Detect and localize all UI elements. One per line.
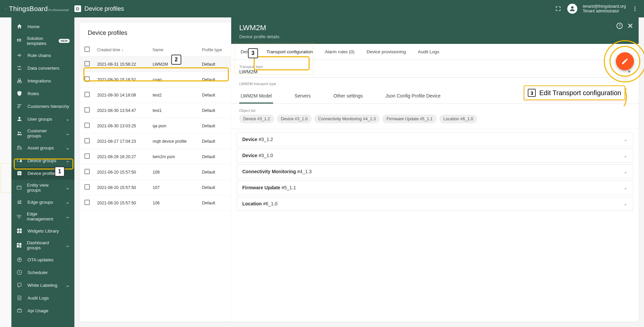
sidebar-item-customer-groups[interactable]: Customer groups⌄: [11, 125, 74, 141]
subtab-servers[interactable]: Servers: [293, 89, 312, 104]
sidebar-item-edge-groups[interactable]: Edge groups⌄: [11, 196, 74, 208]
table-row[interactable]: 2021-08-30 15:16:52coapDefault: [80, 72, 231, 87]
sidebar-item-ota-updates[interactable]: OTA updates: [11, 253, 74, 266]
row-checkbox[interactable]: [84, 92, 90, 97]
tab-audit-logs[interactable]: Audit Logs: [416, 44, 441, 60]
breadcrumb: D Device profiles: [74, 5, 124, 12]
close-icon[interactable]: [627, 22, 634, 29]
col-name[interactable]: Name: [150, 43, 199, 57]
table-row[interactable]: 2021-08-20 15:57:50108Default: [80, 165, 231, 180]
logo[interactable]: ThingsBoard Professional: [0, 4, 74, 13]
svg-rect-8: [17, 159, 21, 162]
tab-details[interactable]: Details: [239, 44, 256, 60]
svg-rect-21: [19, 246, 21, 248]
sidebar-item-label: Widgets Library: [27, 228, 59, 234]
row-checkbox[interactable]: [84, 153, 90, 159]
row-checkbox[interactable]: [84, 76, 90, 82]
sidebar-item-scheduler[interactable]: Scheduler: [11, 266, 74, 279]
sidebar-item-edge-management[interactable]: Edge management⌄: [11, 208, 74, 224]
user-email: tenant@thingsboard.org: [583, 4, 626, 9]
tab-alarm-rules-[interactable]: Alarm rules (0): [324, 44, 356, 60]
avatar-icon[interactable]: [567, 4, 577, 14]
tab-device-provisioning[interactable]: Device provisioning: [365, 44, 407, 60]
more-icon[interactable]: [631, 5, 639, 12]
svg-point-7: [20, 132, 21, 133]
sidebar-item-solution-templates[interactable]: Solution templatesNEW: [11, 33, 74, 49]
sidebar-item-user-groups[interactable]: User groups⌄: [11, 113, 74, 125]
sidebar-item-entity-view-groups[interactable]: Entity view groups⌄: [11, 180, 74, 196]
table-row[interactable]: 2021-08-20 15:57:50107Default: [80, 180, 231, 195]
cell-time: 2021-08-30 14:18:08: [94, 87, 150, 103]
subtab-json-config-profile-device[interactable]: Json Config Profile Device: [384, 89, 442, 104]
svg-point-3: [635, 8, 636, 9]
sidebar-item-rule-chains[interactable]: Rule chains: [11, 49, 74, 62]
object-chip[interactable]: Device #3_1.0: [277, 115, 312, 123]
accordion-item[interactable]: Device #3_1.2⌄: [237, 132, 633, 146]
wl-icon: [16, 282, 23, 288]
sidebar-item-api-usage[interactable]: Api Usage: [11, 304, 74, 317]
svg-rect-12: [17, 186, 21, 190]
sidebar-item-white-labeling[interactable]: White Labeling⌄: [11, 279, 74, 291]
row-checkbox[interactable]: [84, 107, 90, 113]
detail-tabs: DetailsTransport configurationAlarm rule…: [231, 44, 639, 60]
row-checkbox[interactable]: [84, 184, 90, 190]
svg-point-5: [18, 117, 20, 119]
select-all-checkbox[interactable]: [84, 47, 90, 52]
table-row[interactable]: 2021-08-20 15:57:50106Default: [80, 195, 231, 211]
chevron-down-icon: ⌄: [624, 137, 628, 142]
list-panel: Device profiles Created time↓ Name Profi…: [80, 23, 231, 322]
svg-rect-9: [20, 160, 22, 162]
subtab-lwm-m-model[interactable]: LWM2M Model: [239, 89, 273, 104]
help-icon[interactable]: ?: [616, 22, 623, 29]
row-checkbox[interactable]: [84, 123, 90, 128]
sidebar-item-dashboard-groups[interactable]: Dashboard groups⌄: [11, 237, 74, 253]
table-row[interactable]: 2021-08-30 13:54:47test1Default: [80, 103, 231, 118]
row-checkbox[interactable]: [84, 138, 90, 143]
subtab-other-settings[interactable]: Other settings: [332, 89, 364, 104]
accordion-item[interactable]: Connectivity Monitoring #4_1.3⌄: [237, 165, 633, 179]
object-chip[interactable]: Location #6_1.0: [439, 115, 477, 123]
table-row[interactable]: 2021-08-27 17:04:23mqtt device profileDe…: [80, 134, 231, 149]
accordion-item[interactable]: Location #6_1.0⌄: [237, 197, 633, 211]
sidebar-item-label: Asset groups: [27, 145, 54, 150]
object-chip[interactable]: Firmware Update #5_1.1: [382, 115, 437, 123]
accordion-item[interactable]: Device #3_1.0⌄: [237, 148, 633, 162]
sidebar-item-device-groups[interactable]: Device groups⌄: [11, 154, 74, 167]
sidebar-item-roles[interactable]: Roles: [11, 87, 74, 100]
sidebar-item-data-converters[interactable]: Data converters: [11, 62, 74, 74]
sidebar-item-home[interactable]: Home: [11, 20, 74, 33]
fullscreen-icon[interactable]: [555, 5, 562, 12]
accordion-item[interactable]: Firmware Update #5_1.1⌄: [237, 181, 633, 195]
sidebar-item-integrations[interactable]: Integrations: [11, 74, 74, 87]
sidebar-item-asset-groups[interactable]: Asset groups⌄: [11, 141, 74, 154]
breadcrumb-icon: D: [74, 5, 81, 12]
table-row[interactable]: 2021-08-30 14:18:08test2Default: [80, 87, 231, 103]
chevron-down-icon: ⌄: [66, 282, 70, 288]
row-checkbox[interactable]: [84, 61, 90, 66]
object-chip[interactable]: Device #3_1.2: [239, 115, 274, 123]
cell-name: coap: [150, 72, 199, 87]
logo-icon: [5, 4, 6, 13]
col-created[interactable]: Created time↓: [94, 43, 150, 57]
breadcrumb-title: Device profiles: [84, 5, 124, 12]
topbar: ThingsBoard Professional D Device profil…: [0, 0, 644, 17]
edit-fab[interactable]: [616, 52, 634, 70]
tab-transport-configuration[interactable]: Transport configuration: [265, 44, 314, 60]
sidebar-item-widgets-library[interactable]: Widgets Library: [11, 224, 74, 237]
cell-name: 106: [150, 195, 199, 211]
edge-icon: [16, 199, 23, 205]
hierarchy-icon: [16, 103, 23, 110]
sidebar-item-device-profiles[interactable]: DDevice profiles: [11, 167, 74, 180]
row-checkbox[interactable]: [84, 169, 90, 174]
sidebar-item-customers-hierarchy[interactable]: Customers hierarchy: [11, 100, 74, 113]
detail-title: LWM2M: [239, 23, 631, 32]
table-row[interactable]: 2021-08-31 15:56:22LWM2MDefault: [80, 57, 231, 72]
table-row[interactable]: 2021-08-30 13:03:25qa psmDefault: [80, 118, 231, 134]
sidebar-item-audit-logs[interactable]: Audit Logs: [11, 291, 74, 304]
object-chip[interactable]: Connectivity Monitoring #4_1.3: [314, 115, 380, 123]
col-type[interactable]: Profile type: [199, 43, 231, 57]
cell-type: Default: [199, 87, 231, 103]
table-row[interactable]: 2021-08-26 16:20:27lwm2m psmDefault: [80, 149, 231, 165]
sidebar-item-label: Data converters: [27, 66, 59, 71]
row-checkbox[interactable]: [84, 200, 90, 205]
